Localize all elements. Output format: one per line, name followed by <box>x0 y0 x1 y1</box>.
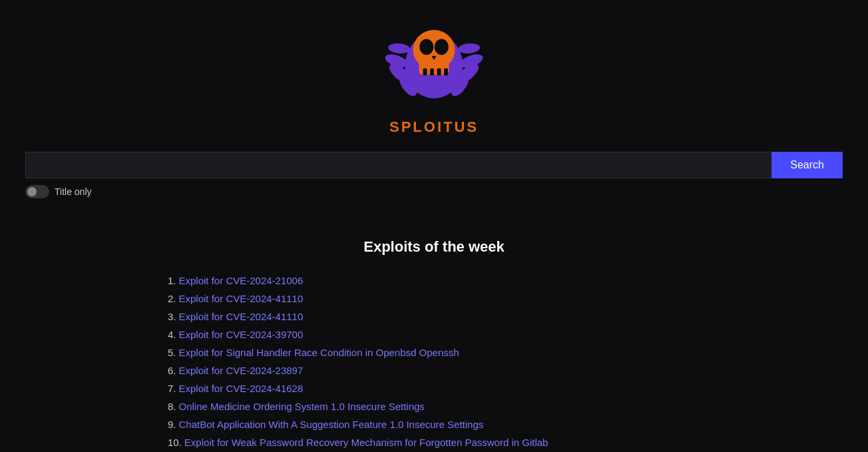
exploit-link[interactable]: Exploit for CVE-2024-21006 <box>179 275 304 286</box>
list-item: 1.Exploit for CVE-2024-21006 <box>168 272 700 290</box>
exploits-section: Exploits of the week 1.Exploit for CVE-2… <box>0 238 868 451</box>
exploit-number: 2. <box>168 293 176 304</box>
exploit-number: 4. <box>168 329 176 340</box>
svg-point-15 <box>419 39 433 55</box>
exploit-link[interactable]: Exploit for CVE-2024-39700 <box>179 329 304 340</box>
search-section: Search Title only <box>15 152 853 198</box>
list-item: 3.Exploit for CVE-2024-41110 <box>168 308 700 326</box>
exploit-link[interactable]: Online Medicine Ordering System 1.0 Inse… <box>179 401 425 412</box>
toggle-track <box>25 185 49 198</box>
exploit-link[interactable]: Exploit for Signal Handler Race Conditio… <box>179 347 459 358</box>
list-item: 8.Online Medicine Ordering System 1.0 In… <box>168 397 700 415</box>
toggle-row: Title only <box>25 185 843 198</box>
exploit-number: 1. <box>168 275 176 286</box>
sploitus-logo <box>384 16 484 116</box>
exploit-link[interactable]: Exploit for CVE-2024-23897 <box>179 365 304 376</box>
list-item: 10.Exploit for Weak Password Recovery Me… <box>168 433 700 451</box>
search-button[interactable]: Search <box>771 152 843 178</box>
exploit-link[interactable]: Exploit for CVE-2024-41628 <box>179 383 304 394</box>
svg-point-16 <box>435 39 449 55</box>
title-only-toggle[interactable] <box>25 185 49 198</box>
list-item: 2.Exploit for CVE-2024-41110 <box>168 290 700 308</box>
exploit-number: 8. <box>168 401 176 412</box>
exploit-number: 3. <box>168 311 176 322</box>
svg-rect-11 <box>423 69 427 76</box>
svg-point-3 <box>387 43 410 55</box>
list-item: 6.Exploit for CVE-2024-23897 <box>168 361 700 379</box>
app-title: SPLOITUS <box>389 118 479 136</box>
toggle-label: Title only <box>55 186 92 197</box>
exploit-link[interactable]: ChatBot Application With A Suggestion Fe… <box>179 419 484 430</box>
exploit-number: 6. <box>168 365 176 376</box>
exploit-number: 10. <box>168 437 182 448</box>
list-item: 5.Exploit for Signal Handler Race Condit… <box>168 343 700 361</box>
exploit-link[interactable]: Exploit for CVE-2024-41110 <box>179 293 304 304</box>
exploit-number: 7. <box>168 383 176 394</box>
search-row: Search <box>25 152 843 178</box>
list-item: 9.ChatBot Application With A Suggestion … <box>168 415 700 433</box>
list-item: 7.Exploit for CVE-2024-41628 <box>168 379 700 397</box>
exploit-link[interactable]: Exploit for CVE-2024-41110 <box>179 311 304 322</box>
exploit-number: 9. <box>168 419 176 430</box>
exploits-heading: Exploits of the week <box>363 238 505 256</box>
logo-section: SPLOITUS <box>384 16 484 136</box>
list-item: 4.Exploit for CVE-2024-39700 <box>168 326 700 343</box>
svg-rect-14 <box>444 69 448 76</box>
exploit-number: 5. <box>168 347 176 358</box>
svg-point-7 <box>457 43 480 55</box>
exploit-link[interactable]: Exploit for Weak Password Recovery Mecha… <box>184 437 548 448</box>
toggle-thumb <box>27 187 37 196</box>
svg-rect-13 <box>437 69 441 76</box>
svg-rect-12 <box>430 69 434 76</box>
exploits-list: 1.Exploit for CVE-2024-210062.Exploit fo… <box>168 272 700 451</box>
search-input[interactable] <box>25 152 771 178</box>
